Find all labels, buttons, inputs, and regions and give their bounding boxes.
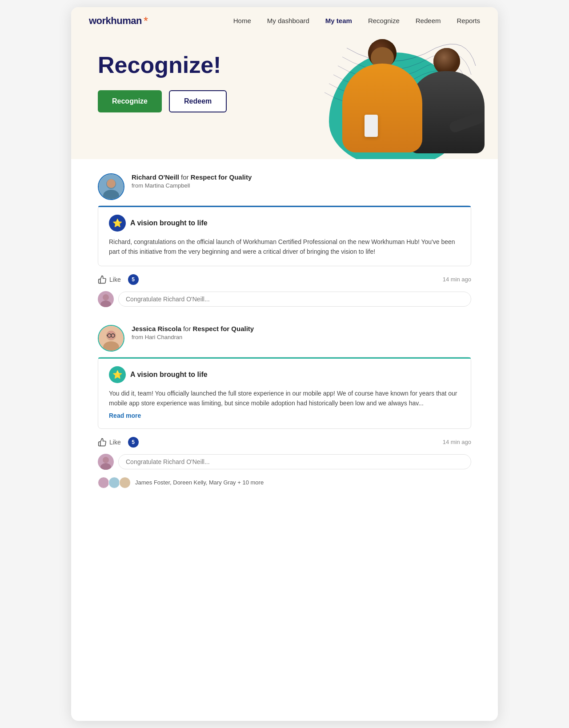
thumb-up-icon-1 [98, 275, 107, 284]
badge-row-1: ⭐ A vision brought to life [109, 215, 460, 232]
nav-recognize[interactable]: Recognize [368, 17, 400, 24]
recognition-body-1: Richard, congratulations on the official… [109, 237, 460, 257]
recognize-button[interactable]: Recognize [98, 90, 162, 112]
redeem-button[interactable]: Redeem [169, 90, 227, 112]
nav-my-dashboard[interactable]: My dashboard [267, 17, 309, 24]
hero-section: Recognize! Recognize Redeem [71, 35, 498, 159]
nav-links: Home My dashboard My team Recognize Rede… [175, 17, 480, 25]
like-count-1: 5 [128, 274, 139, 285]
like-count-2: 5 [128, 437, 139, 448]
badge-title-2: A vision brought to life [130, 371, 208, 379]
comment-row-2 [98, 454, 471, 470]
bottom-like-avatar-2 [108, 477, 120, 488]
badge-icon-1: ⭐ [109, 215, 126, 232]
recognition-card-1: ⭐ A vision brought to life Richard, cong… [98, 205, 471, 266]
logo: workhuman* [89, 15, 148, 27]
like-button-2[interactable]: Like [98, 438, 121, 447]
post-recipient-1: Richard O'Neill for Respect for Quality [132, 173, 252, 181]
hero-image [284, 35, 498, 159]
timestamp-1: 14 min ago [443, 276, 471, 283]
post-card-1: Richard O'Neill for Respect for Quality … [98, 173, 471, 307]
svg-line-13 [107, 335, 108, 336]
like-button-1[interactable]: Like [98, 275, 121, 284]
svg-point-16 [103, 457, 109, 463]
post-meta-1: Richard O'Neill for Respect for Quality … [132, 173, 252, 189]
post-recipient-2: Jessica Riscola for Respect for Quality [132, 325, 254, 332]
bottom-likes-text: James Foster, Doreen Kelly, Mary Gray + … [135, 479, 264, 486]
comment-avatar-2 [98, 454, 114, 470]
like-label-1: Like [109, 276, 121, 283]
post-meta-2: Jessica Riscola for Respect for Quality … [132, 325, 254, 340]
thumb-up-icon-2 [98, 438, 107, 447]
logo-asterisk: * [144, 15, 148, 27]
badge-row-2: ⭐ A vision brought to life [109, 366, 460, 383]
logo-text: workhuman [89, 15, 142, 27]
like-label-2: Like [109, 439, 121, 446]
nav-redeem[interactable]: Redeem [416, 17, 441, 24]
post-from-1: from Martina Campbell [132, 182, 252, 189]
nav-home[interactable]: Home [233, 17, 251, 24]
post-header-2: Jessica Riscola for Respect for Quality … [98, 325, 471, 352]
bottom-like-avatar-3 [119, 477, 131, 488]
person-1 [338, 39, 427, 159]
post-card-2: Jessica Riscola for Respect for Quality … [98, 325, 471, 490]
svg-point-5 [103, 294, 109, 300]
navbar: workhuman* Home My dashboard My team Rec… [71, 7, 498, 35]
feed: Richard O'Neill for Respect for Quality … [71, 159, 498, 522]
badge-title-1: A vision brought to life [130, 219, 208, 227]
post-actions-2: Like 5 14 min ago [98, 435, 471, 449]
avatar-richard [98, 173, 124, 200]
nav-my-team[interactable]: My team [325, 17, 352, 24]
post-header-1: Richard O'Neill for Respect for Quality … [98, 173, 471, 200]
post-from-2: from Hari Chandran [132, 334, 254, 340]
timestamp-2: 14 min ago [443, 439, 471, 445]
comment-input-1[interactable] [118, 292, 471, 307]
comment-row-1 [98, 291, 471, 307]
comment-input-2[interactable] [118, 454, 471, 469]
bottom-likes: James Foster, Doreen Kelly, Mary Gray + … [98, 475, 471, 490]
svg-point-3 [107, 179, 116, 188]
nav-reports[interactable]: Reports [457, 17, 480, 24]
bottom-like-avatar-1 [98, 477, 109, 488]
post-actions-1: Like 5 14 min ago [98, 272, 471, 287]
recognition-card-2: ⭐ A vision brought to life You did it, t… [98, 357, 471, 429]
avatar-jessica [98, 325, 124, 352]
comment-avatar-1 [98, 291, 114, 307]
recognition-body-2: You did it, team! You officially launche… [109, 388, 460, 408]
read-more-2[interactable]: Read more [109, 412, 141, 419]
badge-icon-2: ⭐ [109, 366, 126, 383]
